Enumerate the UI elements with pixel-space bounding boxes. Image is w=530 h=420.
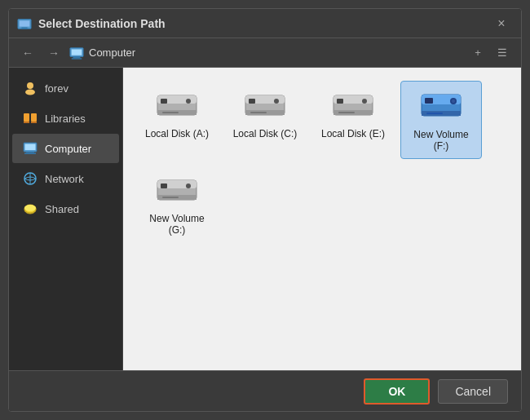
svg-rect-45 [426, 113, 443, 114]
svg-point-7 [27, 82, 33, 89]
toolbar: ← → Computer + ☰ [9, 38, 521, 68]
library-icon [22, 110, 38, 126]
sidebar-item-forev[interactable]: forev [12, 73, 119, 103]
sidebar: forev Libraries [9, 68, 123, 370]
view-toggle-button[interactable]: ☰ [492, 42, 513, 64]
shared-icon [22, 201, 38, 217]
hdd-icon-a [154, 87, 200, 123]
svg-point-20 [24, 205, 36, 211]
hdd-icon-c [242, 87, 288, 123]
sidebar-label-forev: forev [45, 82, 68, 95]
svg-rect-23 [161, 99, 167, 104]
file-label-volume-g: New Volume (G:) [141, 213, 213, 236]
svg-rect-9 [24, 113, 29, 122]
svg-point-36 [362, 99, 367, 104]
hdd-icon-e [330, 87, 376, 123]
svg-rect-10 [31, 113, 37, 122]
svg-rect-48 [161, 183, 167, 188]
sidebar-label-network: Network [45, 173, 84, 185]
svg-rect-11 [24, 122, 29, 123]
files-grid: Local Disk (A:) Local Di [136, 81, 508, 242]
hdd-icon-g [154, 172, 200, 208]
sidebar-item-shared[interactable]: Shared [12, 194, 119, 223]
svg-rect-41 [425, 98, 433, 104]
main-panel: Local Disk (A:) Local Di [123, 68, 521, 370]
breadcrumb: Computer [69, 46, 462, 60]
svg-point-49 [186, 183, 191, 188]
file-item-disk-a[interactable]: Local Disk (A:) [136, 81, 218, 159]
svg-rect-4 [72, 49, 82, 55]
svg-rect-6 [72, 58, 82, 59]
svg-rect-5 [73, 56, 81, 58]
computer-icon [22, 140, 38, 157]
forward-button[interactable]: → [43, 42, 64, 64]
ok-button[interactable]: OK [364, 378, 430, 405]
title-bar: Select Destination Path × [9, 9, 521, 38]
svg-point-24 [186, 99, 191, 104]
hdd-icon-f [418, 88, 464, 124]
sidebar-label-libraries: Libraries [45, 113, 86, 125]
svg-rect-29 [249, 99, 255, 104]
svg-point-30 [274, 99, 279, 104]
file-item-disk-e[interactable]: Local Disk (E:) [312, 81, 394, 159]
svg-rect-16 [24, 153, 36, 155]
file-label-disk-c: Local Disk (C:) [233, 128, 298, 139]
cancel-button[interactable]: Cancel [438, 379, 508, 404]
sidebar-item-libraries[interactable]: Libraries [12, 104, 119, 133]
file-label-disk-e: Local Disk (E:) [321, 128, 385, 139]
sidebar-item-network[interactable]: Network [12, 164, 119, 193]
svg-rect-14 [25, 144, 36, 151]
svg-rect-26 [162, 112, 179, 113]
dialog-icon [17, 16, 32, 31]
breadcrumb-text: Computer [89, 46, 135, 59]
content-area: forev Libraries [9, 68, 521, 370]
file-item-disk-c[interactable]: Local Disk (C:) [224, 81, 306, 159]
dialog-title: Select Destination Path [38, 17, 490, 30]
svg-rect-32 [250, 112, 267, 113]
file-label-volume-f: New Volume (F:) [406, 129, 476, 152]
svg-rect-2 [21, 27, 27, 29]
new-folder-button[interactable]: + [467, 42, 488, 64]
file-label-disk-a: Local Disk (A:) [145, 128, 209, 139]
close-button[interactable]: × [490, 12, 513, 35]
network-icon [22, 170, 38, 187]
svg-point-43 [452, 99, 455, 103]
toolbar-actions: + ☰ [467, 42, 513, 64]
svg-rect-35 [337, 99, 343, 104]
svg-rect-1 [20, 20, 30, 26]
dialog: Select Destination Path × ← → Computer +… [8, 8, 522, 412]
computer-breadcrumb-icon [69, 46, 84, 60]
footer: OK Cancel [9, 370, 521, 411]
sidebar-label-shared: Shared [45, 203, 79, 215]
svg-point-8 [25, 90, 35, 95]
user-icon [22, 80, 38, 96]
svg-rect-38 [338, 112, 355, 113]
sidebar-label-computer: Computer [45, 143, 91, 155]
svg-rect-12 [31, 122, 37, 123]
svg-rect-15 [26, 152, 34, 153]
svg-rect-51 [162, 197, 179, 198]
file-item-volume-f[interactable]: New Volume (F:) [400, 81, 482, 159]
back-button[interactable]: ← [17, 42, 38, 64]
sidebar-item-computer[interactable]: Computer [12, 134, 119, 163]
file-item-volume-g[interactable]: New Volume (G:) [136, 166, 218, 242]
